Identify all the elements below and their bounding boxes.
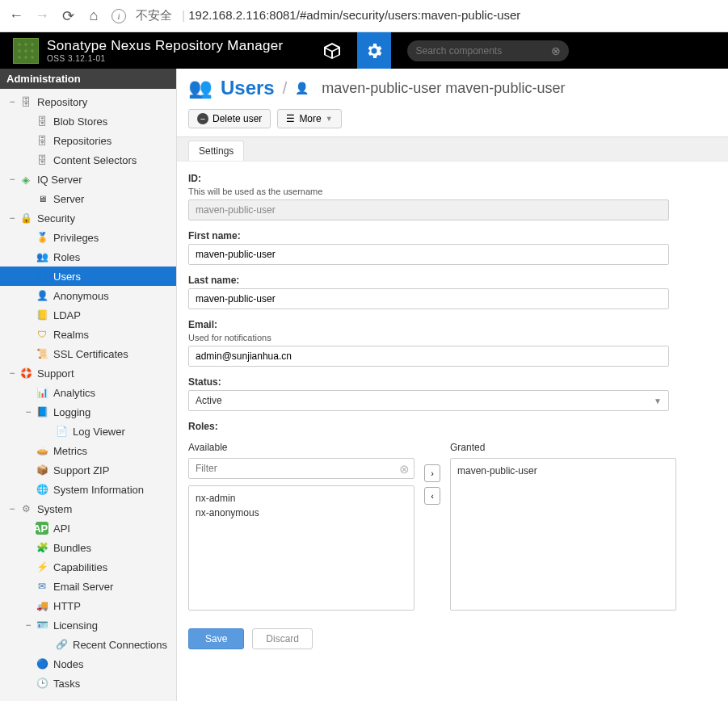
sidebar-item-users[interactable]: Users — [0, 267, 176, 286]
browser-reload-button[interactable]: ⟳ — [60, 8, 76, 24]
users-icon — [36, 270, 48, 283]
chevron-down-icon: ▼ — [326, 115, 333, 123]
available-roles-list[interactable]: nx-admin nx-anonymous — [188, 485, 414, 611]
sidebar-item-ssl-certificates[interactable]: SSL Certificates — [0, 344, 176, 363]
sidebar-item-logging[interactable]: −Logging — [0, 402, 176, 422]
sidebar-item-repositories[interactable]: Repositories — [0, 131, 176, 150]
recent-connections-icon — [55, 638, 68, 651]
browser-url[interactable]: 不安全 | 192.168.2.116:8081/#admin/security… — [136, 8, 720, 23]
granted-roles-list[interactable]: maven-public-user — [450, 458, 676, 611]
sidebar-item-capabilities[interactable]: Capabilities — [0, 557, 176, 577]
search-clear-icon[interactable]: ⊗ — [551, 44, 561, 57]
blob-stores-icon — [36, 115, 48, 128]
more-icon — [286, 113, 295, 124]
sidebar-item-log-viewer[interactable]: Log Viewer — [0, 422, 176, 441]
delete-icon: − — [197, 113, 208, 124]
save-button[interactable]: Save — [188, 628, 244, 649]
bundles-icon — [36, 541, 48, 554]
support-zip-icon — [36, 464, 48, 476]
site-info-icon[interactable]: i — [112, 9, 126, 23]
ssl-cert-icon — [36, 347, 48, 360]
sidebar-header: Administration — [0, 69, 176, 89]
role-item[interactable]: nx-admin — [196, 491, 407, 506]
tab-settings[interactable]: Settings — [188, 141, 244, 161]
sidebar-item-repository[interactable]: −Repository — [0, 92, 176, 111]
add-role-button[interactable]: › — [424, 464, 440, 482]
tab-bar: Settings — [177, 137, 728, 162]
email-label: Email: — [188, 319, 717, 330]
id-help: This will be used as the username — [188, 187, 717, 196]
breadcrumb-section[interactable]: Users — [221, 77, 275, 99]
browse-mode-icon[interactable] — [315, 32, 349, 69]
sidebar-item-system-information[interactable]: System Information — [0, 480, 176, 499]
sidebar-item-roles[interactable]: Roles — [0, 247, 176, 267]
browser-home-button[interactable]: ⌂ — [86, 8, 102, 24]
first-name-field[interactable] — [188, 244, 669, 265]
filter-clear-icon[interactable]: ⊗ — [399, 462, 410, 476]
toolbar: − Delete user More ▼ — [177, 104, 728, 137]
sidebar-item-content-selectors[interactable]: Content Selectors — [0, 150, 176, 170]
sidebar-item-bundles[interactable]: Bundles — [0, 538, 176, 557]
id-label: ID: — [188, 173, 717, 184]
system-icon — [19, 502, 32, 515]
admin-mode-icon[interactable] — [357, 32, 391, 69]
sidebar-item-licensing[interactable]: −Licensing — [0, 615, 176, 635]
sidebar-item-iq-server[interactable]: −IQ Server — [0, 170, 176, 189]
sidebar-item-analytics[interactable]: Analytics — [0, 383, 176, 402]
granted-label: Granted — [450, 442, 676, 453]
url-text: 192.168.2.116:8081/#admin/security/users… — [188, 8, 520, 22]
last-name-field[interactable] — [188, 288, 669, 309]
discard-button[interactable]: Discard — [252, 628, 313, 649]
sidebar-item-metrics[interactable]: Metrics — [0, 441, 176, 460]
chevron-down-icon: ▼ — [654, 397, 662, 405]
unsafe-label: 不安全 — [136, 8, 172, 22]
sidebar-item-realms[interactable]: Realms — [0, 325, 176, 344]
roles-filter-input[interactable] — [188, 458, 414, 479]
role-item[interactable]: nx-anonymous — [196, 506, 407, 520]
breadcrumb-user: maven-public-user maven-public-user — [322, 80, 565, 97]
content-panel: Users / maven-public-user maven-public-u… — [177, 69, 728, 701]
security-icon — [19, 212, 32, 225]
sidebar-item-api[interactable]: API — [0, 518, 176, 538]
user-breadcrumb-icon — [295, 82, 314, 94]
search-input[interactable] — [415, 45, 551, 57]
role-item[interactable]: maven-public-user — [457, 464, 669, 478]
sidebar-item-recent-connections[interactable]: Recent Connections — [0, 635, 176, 654]
delete-user-button[interactable]: − Delete user — [188, 109, 271, 128]
browser-address-bar: ← → ⟳ ⌂ i 不安全 | 192.168.2.116:8081/#admi… — [0, 0, 728, 32]
sidebar-item-nodes[interactable]: Nodes — [0, 654, 176, 674]
more-button[interactable]: More ▼ — [277, 109, 341, 128]
sidebar-item-support[interactable]: −Support — [0, 363, 176, 383]
repositories-icon — [36, 134, 48, 147]
app-header: Sonatype Nexus Repository Manager OSS 3.… — [0, 32, 728, 69]
anonymous-icon — [36, 289, 48, 302]
sidebar-item-tasks[interactable]: Tasks — [0, 674, 176, 693]
api-icon — [36, 522, 48, 535]
status-select[interactable]: Active ▼ — [188, 390, 669, 411]
sidebar-item-http[interactable]: HTTP — [0, 596, 176, 615]
logging-icon — [36, 405, 48, 418]
sidebar-item-system[interactable]: −System — [0, 499, 176, 518]
sidebar-item-email-server[interactable]: Email Server — [0, 577, 176, 596]
search-box[interactable]: ⊗ — [407, 40, 569, 61]
log-viewer-icon — [55, 425, 68, 438]
browser-back-button[interactable]: ← — [8, 8, 24, 24]
sidebar-item-ldap[interactable]: LDAP — [0, 305, 176, 325]
sidebar-item-anonymous[interactable]: Anonymous — [0, 286, 176, 305]
sidebar-item-support-zip[interactable]: Support ZIP — [0, 460, 176, 480]
sidebar-item-privileges[interactable]: Privileges — [0, 228, 176, 247]
id-field — [188, 199, 669, 220]
browser-forward-button[interactable]: → — [34, 8, 50, 24]
repository-icon — [19, 95, 32, 108]
sidebar-item-security[interactable]: −Security — [0, 208, 176, 228]
sidebar-item-blob-stores[interactable]: Blob Stores — [0, 111, 176, 131]
last-name-label: Last name: — [188, 275, 717, 286]
sidebar-item-server[interactable]: Server — [0, 189, 176, 208]
email-server-icon — [36, 580, 48, 593]
remove-role-button[interactable]: ‹ — [424, 487, 440, 505]
status-value: Active — [196, 395, 222, 406]
settings-form: ID: This will be used as the username Fi… — [177, 161, 728, 701]
breadcrumb: Users / maven-public-user maven-public-u… — [177, 69, 728, 104]
email-field[interactable] — [188, 346, 669, 367]
users-breadcrumb-icon — [188, 77, 213, 99]
